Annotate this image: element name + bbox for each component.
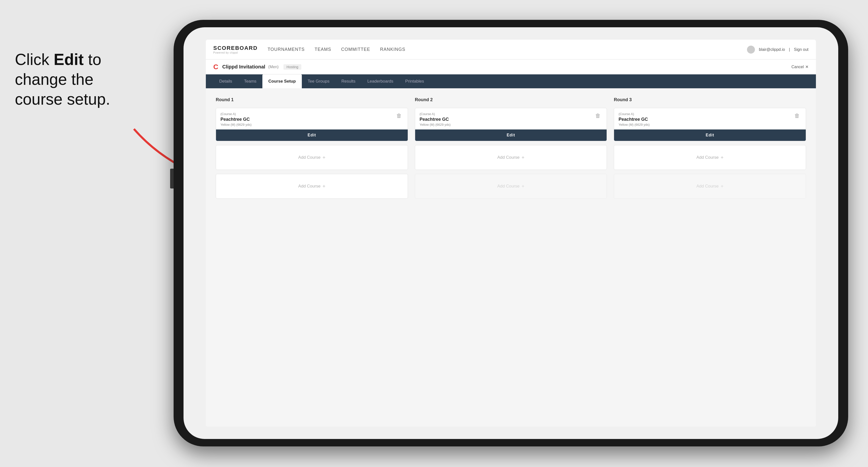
instruction-text: Click Edit to change the course setup.: [0, 40, 154, 119]
round-2-label: Round 2: [415, 97, 607, 102]
round-2-edit-button[interactable]: Edit: [415, 129, 607, 141]
tab-leaderboards[interactable]: Leaderboards: [361, 74, 399, 88]
round-1-add-course-1[interactable]: Add Course +: [216, 145, 408, 170]
round-2-add-course-1[interactable]: Add Course +: [415, 145, 607, 170]
round-2-add-course-text-1: Add Course +: [497, 155, 524, 160]
logo-main: SCOREBOARD: [213, 45, 258, 51]
round-1-course-tee: Yellow (M) (6629 yds): [220, 123, 251, 126]
round-2-add-plus-1: +: [522, 155, 525, 160]
round-1-add-course-2[interactable]: Add Course +: [216, 174, 408, 199]
tab-teams[interactable]: Teams: [238, 74, 262, 88]
round-2-course-header: (Course A) Peachtree GC Yellow (M) (6629…: [415, 108, 607, 129]
round-3-add-course-text-1: Add Course +: [696, 155, 723, 160]
round-1-course-info: (Course A) Peachtree GC Yellow (M) (6629…: [220, 112, 251, 126]
tab-course-setup[interactable]: Course Setup: [262, 74, 302, 88]
tab-details[interactable]: Details: [213, 74, 238, 88]
top-navigation: SCOREBOARD Powered by clippd TOURNAMENTS…: [206, 40, 816, 60]
round-2-add-plus-2: +: [522, 184, 525, 189]
round-1-add-plus-1: +: [322, 155, 326, 160]
round-3-add-course-2: Add Course +: [614, 174, 806, 199]
round-1-add-plus-2: +: [322, 184, 326, 189]
separator: |: [789, 48, 790, 52]
round-1-add-course-text-2: Add Course +: [298, 184, 326, 189]
tournament-title: Clippd Invitational: [222, 64, 265, 70]
main-content: Round 1 (Course A) Peachtree GC Yellow (…: [206, 88, 816, 427]
app-logo: SCOREBOARD Powered by clippd: [213, 45, 258, 54]
close-icon: ✕: [805, 64, 808, 69]
round-1-course-header: (Course A) Peachtree GC Yellow (M) (6629…: [216, 108, 408, 129]
round-2-add-course-2: Add Course +: [415, 174, 607, 199]
nav-tournaments[interactable]: TOURNAMENTS: [268, 45, 305, 54]
nav-committee[interactable]: COMMITTEE: [341, 45, 370, 54]
round-2-column: Round 2 (Course A) Peachtree GC Yellow (…: [415, 97, 607, 199]
round-3-course-header: (Course A) Peachtree GC Yellow (M) (6629…: [614, 108, 806, 129]
tab-printables[interactable]: Printables: [399, 74, 430, 88]
brand-logo-icon: C: [213, 63, 218, 71]
app-screen: SCOREBOARD Powered by clippd TOURNAMENTS…: [206, 40, 816, 427]
cancel-label: Cancel: [792, 65, 804, 69]
round-1-course-delete-button[interactable]: 🗑: [395, 112, 403, 120]
tab-results[interactable]: Results: [335, 74, 361, 88]
round-3-course-delete-button[interactable]: 🗑: [793, 112, 801, 120]
round-2-add-course-text-2: Add Course +: [497, 184, 524, 189]
round-3-label: Round 3: [614, 97, 806, 102]
round-3-add-course-1[interactable]: Add Course +: [614, 145, 806, 170]
round-1-course-label: (Course A): [220, 112, 251, 116]
round-3-add-plus-2: +: [721, 184, 724, 189]
round-1-edit-button[interactable]: Edit: [216, 129, 408, 141]
sub-header: C Clippd Invitational (Men) Hosting Canc…: [206, 60, 816, 74]
round-1-course-name: Peachtree GC: [220, 117, 251, 122]
round-2-course-info: (Course A) Peachtree GC Yellow (M) (6629…: [420, 112, 451, 126]
cancel-button[interactable]: Cancel ✕: [792, 64, 808, 69]
user-area: blair@clippd.io | Sign out: [747, 45, 808, 54]
round-3-add-course-text-2: Add Course +: [696, 184, 723, 189]
round-3-course-label: (Course A): [619, 112, 650, 116]
round-2-course-card: (Course A) Peachtree GC Yellow (M) (6629…: [415, 108, 607, 141]
round-3-course-info: (Course A) Peachtree GC Yellow (M) (6629…: [619, 112, 650, 126]
hosting-badge: Hosting: [283, 64, 301, 70]
round-3-course-name: Peachtree GC: [619, 117, 650, 122]
nav-rankings[interactable]: RANKINGS: [380, 45, 405, 54]
round-1-add-course-text-1: Add Course +: [298, 155, 326, 160]
user-avatar: [747, 45, 755, 54]
tab-bar: Details Teams Course Setup Tee Groups Re…: [206, 74, 816, 88]
round-2-course-name: Peachtree GC: [420, 117, 451, 122]
tournament-gender: (Men): [268, 65, 279, 69]
sign-out-link[interactable]: Sign out: [794, 48, 808, 52]
tablet-screen: SCOREBOARD Powered by clippd TOURNAMENTS…: [184, 27, 838, 439]
round-1-course-card: (Course A) Peachtree GC Yellow (M) (6629…: [216, 108, 408, 141]
round-3-course-card: (Course A) Peachtree GC Yellow (M) (6629…: [614, 108, 806, 141]
nav-links: TOURNAMENTS TEAMS COMMITTEE RANKINGS: [268, 45, 747, 54]
user-email: blair@clippd.io: [759, 48, 785, 52]
round-1-column: Round 1 (Course A) Peachtree GC Yellow (…: [216, 97, 408, 199]
nav-teams[interactable]: TEAMS: [315, 45, 331, 54]
tablet-side-button: [170, 169, 174, 188]
round-2-course-delete-button[interactable]: 🗑: [594, 112, 602, 120]
round-3-edit-button[interactable]: Edit: [614, 129, 806, 141]
round-1-label: Round 1: [216, 97, 408, 102]
round-3-add-plus-1: +: [721, 155, 724, 160]
tablet-device: SCOREBOARD Powered by clippd TOURNAMENTS…: [174, 20, 848, 446]
round-2-course-label: (Course A): [420, 112, 451, 116]
tab-tee-groups[interactable]: Tee Groups: [302, 74, 336, 88]
logo-sub: Powered by clippd: [213, 51, 258, 54]
round-2-course-tee: Yellow (M) (6629 yds): [420, 123, 451, 126]
round-3-column: Round 3 (Course A) Peachtree GC Yellow (…: [614, 97, 806, 199]
round-3-course-tee: Yellow (M) (6629 yds): [619, 123, 650, 126]
rounds-container: Round 1 (Course A) Peachtree GC Yellow (…: [216, 97, 806, 199]
